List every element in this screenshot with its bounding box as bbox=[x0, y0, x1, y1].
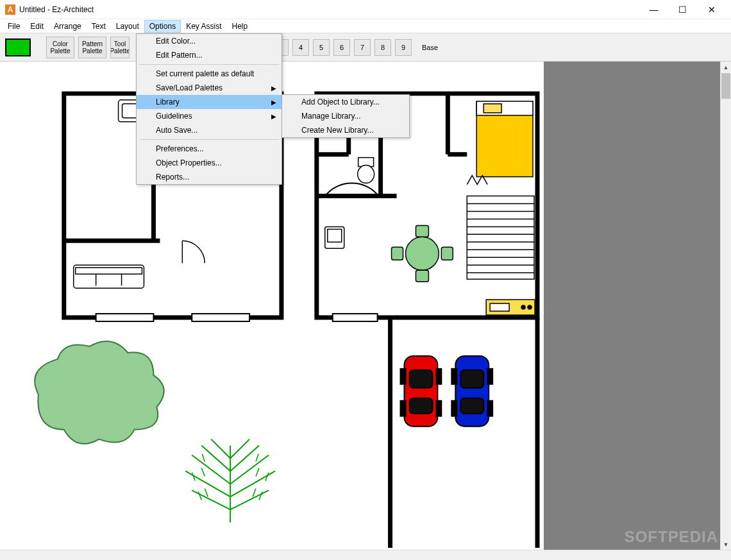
side-panel bbox=[544, 62, 720, 550]
svg-rect-61 bbox=[487, 369, 492, 384]
svg-rect-50 bbox=[405, 356, 438, 427]
svg-line-80 bbox=[201, 468, 205, 476]
menu-separator bbox=[139, 139, 279, 140]
svg-rect-52 bbox=[409, 398, 432, 414]
svg-rect-58 bbox=[460, 370, 483, 388]
svg-rect-57 bbox=[455, 356, 489, 427]
svg-line-73 bbox=[211, 439, 230, 459]
svg-rect-27 bbox=[467, 196, 534, 280]
menu-preferences[interactable]: Preferences... bbox=[137, 142, 281, 156]
svg-rect-26 bbox=[328, 229, 342, 242]
svg-line-78 bbox=[253, 488, 256, 496]
chevron-right-icon: ▶ bbox=[271, 99, 276, 106]
svg-line-83 bbox=[202, 454, 205, 462]
svg-rect-59 bbox=[460, 398, 483, 414]
svg-line-68 bbox=[230, 471, 275, 496]
svg-line-69 bbox=[192, 455, 230, 484]
svg-line-72 bbox=[230, 446, 259, 471]
menu-auto-save[interactable]: Auto Save... bbox=[137, 123, 281, 137]
watermark: SOFTPEDIA bbox=[625, 528, 718, 546]
statusbar bbox=[0, 550, 731, 560]
svg-rect-3 bbox=[192, 314, 249, 321]
menu-edit[interactable]: Edit bbox=[25, 20, 49, 33]
tool-palette-button[interactable]: Tool Palette bbox=[110, 37, 130, 58]
svg-point-48 bbox=[521, 305, 525, 309]
scroll-up-icon[interactable]: ▲ bbox=[721, 62, 731, 72]
menu-guidelines[interactable]: Guidelines▶ bbox=[137, 109, 281, 123]
chevron-right-icon: ▶ bbox=[271, 113, 276, 120]
library-submenu: Add Object to Library... Manage Library.… bbox=[281, 94, 410, 138]
window-title: Untitled - Ez-Architect bbox=[19, 5, 94, 14]
svg-point-41 bbox=[405, 237, 439, 270]
svg-rect-55 bbox=[401, 401, 406, 416]
svg-line-77 bbox=[259, 491, 262, 500]
svg-rect-53 bbox=[401, 369, 406, 384]
layer-button-4[interactable]: 4 bbox=[292, 39, 309, 56]
svg-rect-60 bbox=[451, 369, 457, 384]
svg-line-74 bbox=[230, 439, 249, 459]
toolbar: Color Palette Pattern Palette Tool Palet… bbox=[0, 33, 731, 62]
vertical-scrollbar[interactable]: ▲ ▼ bbox=[720, 62, 731, 550]
options-dropdown: Edit Color... Edit Pattern... Set curren… bbox=[136, 33, 282, 185]
titlebar: A Untitled - Ez-Architect — ☐ ✕ bbox=[0, 0, 731, 19]
svg-line-70 bbox=[230, 455, 269, 484]
menu-add-object-to-library[interactable]: Add Object to Library... bbox=[282, 95, 409, 109]
minimize-button[interactable]: — bbox=[639, 0, 668, 19]
menu-edit-pattern[interactable]: Edit Pattern... bbox=[137, 48, 281, 62]
menu-layout[interactable]: Layout bbox=[111, 20, 144, 33]
svg-line-82 bbox=[256, 468, 259, 476]
close-button[interactable]: ✕ bbox=[697, 0, 726, 19]
svg-rect-62 bbox=[451, 401, 457, 416]
layer-button-5[interactable]: 5 bbox=[313, 39, 330, 56]
svg-point-49 bbox=[528, 305, 532, 309]
window-controls: — ☐ ✕ bbox=[639, 0, 726, 19]
scroll-down-icon[interactable]: ▼ bbox=[721, 539, 731, 550]
menu-save-load-palettes[interactable]: Save/Load Palettes▶ bbox=[137, 81, 281, 95]
layer-label: Base bbox=[422, 44, 438, 51]
layer-button-7[interactable]: 7 bbox=[354, 39, 371, 56]
svg-rect-2 bbox=[96, 314, 154, 321]
svg-rect-63 bbox=[487, 401, 492, 416]
svg-line-84 bbox=[256, 454, 258, 462]
scroll-thumb[interactable] bbox=[721, 73, 730, 99]
svg-line-67 bbox=[185, 471, 230, 496]
menu-file[interactable]: File bbox=[3, 20, 25, 33]
layer-button-8[interactable]: 8 bbox=[374, 39, 391, 56]
menu-options[interactable]: Options bbox=[144, 20, 181, 33]
color-palette-button[interactable]: Color Palette bbox=[46, 37, 74, 58]
svg-rect-40 bbox=[483, 104, 501, 113]
pattern-palette-button[interactable]: Pattern Palette bbox=[78, 37, 106, 58]
menu-reports[interactable]: Reports... bbox=[137, 170, 281, 184]
svg-rect-45 bbox=[441, 247, 453, 260]
menu-edit-color[interactable]: Edit Color... bbox=[137, 34, 281, 48]
menu-manage-library[interactable]: Manage Library... bbox=[282, 109, 409, 123]
menu-object-properties[interactable]: Object Properties... bbox=[137, 156, 281, 170]
svg-rect-56 bbox=[436, 401, 441, 416]
svg-rect-19 bbox=[333, 314, 378, 321]
menu-help[interactable]: Help bbox=[227, 20, 253, 33]
menu-library[interactable]: Library▶ Add Object to Library... Manage… bbox=[137, 95, 281, 109]
menubar: File Edit Arrange Text Layout Options Ke… bbox=[0, 19, 731, 33]
menu-separator bbox=[139, 64, 279, 65]
menu-key-assist[interactable]: Key Assist bbox=[181, 20, 226, 33]
svg-rect-47 bbox=[490, 303, 509, 311]
svg-line-76 bbox=[205, 488, 208, 496]
svg-rect-10 bbox=[76, 267, 142, 274]
svg-rect-44 bbox=[392, 247, 403, 260]
layer-button-6[interactable]: 6 bbox=[333, 39, 350, 56]
svg-line-75 bbox=[198, 491, 201, 500]
svg-rect-43 bbox=[416, 270, 428, 282]
menu-set-default-palette[interactable]: Set current palette as default bbox=[137, 67, 281, 81]
svg-rect-42 bbox=[416, 225, 428, 237]
svg-line-71 bbox=[201, 446, 230, 471]
current-color-swatch[interactable] bbox=[5, 38, 31, 56]
svg-point-24 bbox=[358, 165, 374, 183]
maximize-button[interactable]: ☐ bbox=[668, 0, 697, 19]
svg-rect-51 bbox=[409, 370, 432, 388]
menu-text[interactable]: Text bbox=[87, 20, 111, 33]
menu-create-new-library[interactable]: Create New Library... bbox=[282, 123, 409, 137]
app-icon: A bbox=[5, 4, 15, 15]
menu-arrange[interactable]: Arrange bbox=[49, 20, 87, 33]
layer-button-9[interactable]: 9 bbox=[395, 39, 412, 56]
svg-rect-54 bbox=[436, 369, 441, 384]
